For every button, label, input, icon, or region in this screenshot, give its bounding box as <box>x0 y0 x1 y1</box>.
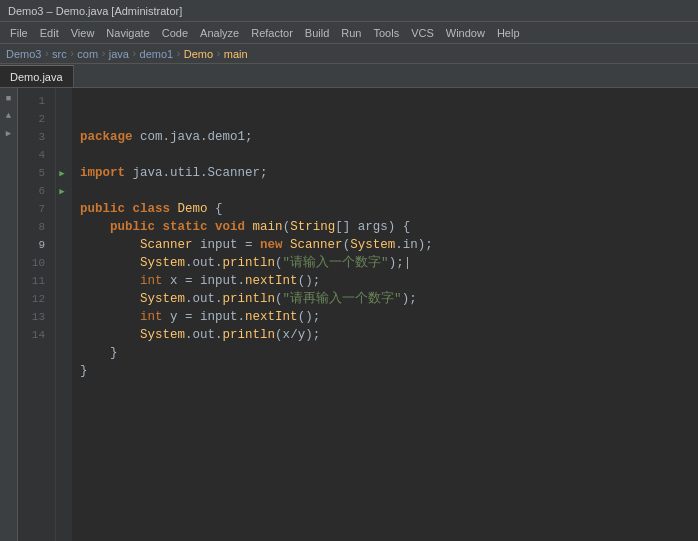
line-6: 6 <box>18 182 51 200</box>
code-line-8: Scanner input = new Scanner(System.in); <box>80 238 433 252</box>
line-5: 5 <box>18 164 51 182</box>
menu-window[interactable]: Window <box>440 25 491 41</box>
sidebar-run-icon[interactable]: ▶ <box>2 126 16 140</box>
menu-bar: File Edit View Navigate Code Analyze Ref… <box>0 22 698 44</box>
line-9: 9 <box>18 236 51 254</box>
gutter-11 <box>56 272 68 290</box>
gutter-9 <box>56 236 68 254</box>
left-sidebar: ■ ▲ ▶ <box>0 88 18 541</box>
breadcrumb-java[interactable]: java <box>109 48 129 60</box>
breadcrumb-demo1[interactable]: demo1 <box>140 48 174 60</box>
menu-analyze[interactable]: Analyze <box>194 25 245 41</box>
code-line-2: package com.java.demo1; <box>80 130 253 144</box>
line-14: 14 <box>18 326 51 344</box>
line-8: 8 <box>18 218 51 236</box>
line-1: 1 <box>18 92 51 110</box>
title-bar-text: Demo3 – Demo.java [Administrator] <box>8 5 182 17</box>
menu-edit[interactable]: Edit <box>34 25 65 41</box>
menu-run[interactable]: Run <box>335 25 367 41</box>
code-line-4: import java.util.Scanner; <box>80 166 268 180</box>
main-area: ■ ▲ ▶ 1 2 3 4 5 6 7 8 9 10 11 12 13 14 <box>0 88 698 541</box>
menu-build[interactable]: Build <box>299 25 335 41</box>
gutter-8 <box>56 218 68 236</box>
editor-tab-demojava[interactable]: Demo.java <box>0 65 74 87</box>
gutter-13 <box>56 308 68 326</box>
code-line-6: public class Demo { <box>80 202 223 216</box>
gutter-3 <box>56 128 68 146</box>
menu-tools[interactable]: Tools <box>367 25 405 41</box>
gutter-icons: ▶ ▶ <box>56 88 72 541</box>
code-line-9: System.out.println("请输入一个数字");| <box>80 256 411 270</box>
editor-pane: 1 2 3 4 5 6 7 8 9 10 11 12 13 14 <box>18 88 698 541</box>
code-line-14: } <box>80 346 118 360</box>
menu-vcs[interactable]: VCS <box>405 25 440 41</box>
title-bar: Demo3 – Demo.java [Administrator] <box>0 0 698 22</box>
line-3: 3 <box>18 128 51 146</box>
breadcrumb-bar: Demo3 › src › com › java › demo1 › Demo … <box>0 44 698 64</box>
code-area: 1 2 3 4 5 6 7 8 9 10 11 12 13 14 <box>18 88 698 541</box>
code-line-11: System.out.println("请再输入一个数字"); <box>80 292 417 306</box>
breadcrumb-main[interactable]: main <box>224 48 248 60</box>
menu-navigate[interactable]: Navigate <box>100 25 155 41</box>
menu-view[interactable]: View <box>65 25 101 41</box>
line-2: 2 <box>18 110 51 128</box>
line-4: 4 <box>18 146 51 164</box>
breadcrumb-demo3[interactable]: Demo3 <box>6 48 41 60</box>
gutter-1 <box>56 92 68 110</box>
gutter-2 <box>56 110 68 128</box>
gutter-14 <box>56 326 68 344</box>
line-11: 11 <box>18 272 51 290</box>
code-line-12: int y = input.nextInt(); <box>80 310 320 324</box>
gutter-10 <box>56 254 68 272</box>
line-7: 7 <box>18 200 51 218</box>
line-numbers: 1 2 3 4 5 6 7 8 9 10 11 12 13 14 <box>18 88 56 541</box>
code-line-13: System.out.println(x/y); <box>80 328 320 342</box>
gutter-6: ▶ <box>56 182 68 200</box>
editor-tab-row: Demo.java <box>0 64 698 88</box>
code-content[interactable]: package com.java.demo1; import java.util… <box>72 88 698 541</box>
editor-tab-label: Demo.java <box>10 71 63 83</box>
line-13: 13 <box>18 308 51 326</box>
gutter-7 <box>56 200 68 218</box>
code-line-15: } <box>80 364 88 378</box>
menu-code[interactable]: Code <box>156 25 194 41</box>
menu-file[interactable]: File <box>4 25 34 41</box>
breadcrumb-com[interactable]: com <box>77 48 98 60</box>
line-12: 12 <box>18 290 51 308</box>
sidebar-structure-icon[interactable]: ■ <box>2 92 16 106</box>
code-line-10: int x = input.nextInt(); <box>80 274 320 288</box>
gutter-12 <box>56 290 68 308</box>
menu-refactor[interactable]: Refactor <box>245 25 299 41</box>
menu-help[interactable]: Help <box>491 25 526 41</box>
gutter-5: ▶ <box>56 164 68 182</box>
code-line-7: public static void main(String[] args) { <box>80 220 410 234</box>
gutter-4 <box>56 146 68 164</box>
sidebar-bookmark-icon[interactable]: ▲ <box>2 109 16 123</box>
breadcrumb-demo-class[interactable]: Demo <box>184 48 213 60</box>
line-10: 10 <box>18 254 51 272</box>
breadcrumb-src[interactable]: src <box>52 48 67 60</box>
